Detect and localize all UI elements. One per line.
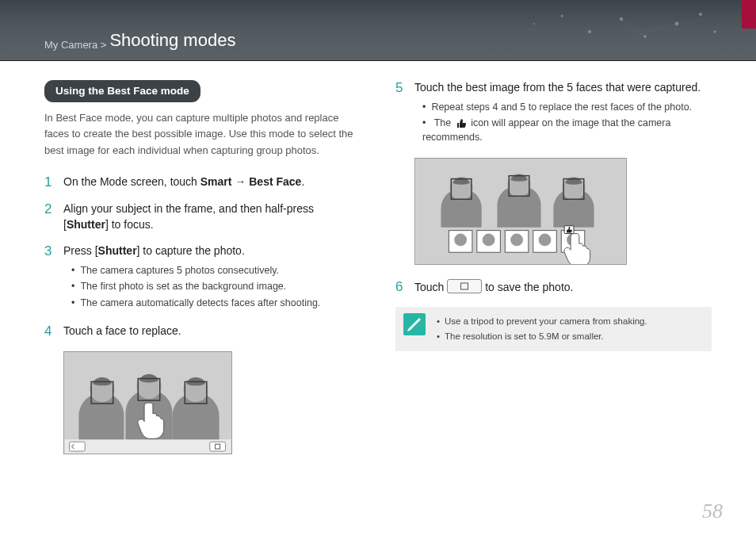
page-number: 58 [702,500,723,523]
svg-point-33 [510,234,523,247]
step-5-bullets: Repeat steps 4 and 5 to replace the rest… [414,101,712,145]
section-heading: Using the Best Face mode [44,80,200,102]
step-number: 6 [395,279,407,295]
text: Touch the best image from the 5 faces th… [414,81,701,94]
step-body: Touch the best image from the 5 faces th… [414,80,712,147]
text: to save the photo. [485,281,573,293]
step-4: 4 Touch a face to replace. [44,324,361,339]
text: On the Mode screen, touch [63,175,200,188]
figure-five-faces [414,158,627,265]
text: . [301,175,304,188]
tip-list: Use a tripod to prevent your camera from… [437,313,647,346]
step-body: Press [Shutter] to capture the photo. Th… [63,243,361,312]
note-icon [403,313,426,335]
bullet: The camera captures 5 photos consecutive… [71,264,361,278]
page-title: Shooting modes [109,30,235,51]
bold: Shutter [98,244,137,257]
svg-point-31 [454,234,467,247]
text: ] to focus. [105,218,154,231]
step-number: 5 [395,80,407,96]
svg-rect-17 [210,442,226,451]
svg-rect-9 [65,439,231,454]
page-header: My Camera > Shooting modes [0,0,756,60]
step-1: 1 On the Mode screen, touch Smart → Best… [44,174,361,190]
svg-point-2 [588,30,591,33]
bullet: The icon will appear on the image that t… [422,117,712,144]
bold: Shutter [67,218,105,231]
step-number: 3 [44,243,55,259]
thumbs-up-icon [456,118,467,128]
header-decor [518,8,724,48]
bold: Best Face [249,175,301,188]
save-icon-button [447,279,482,293]
step-5: 5 Touch the best image from the 5 faces … [395,80,712,147]
svg-point-1 [561,15,563,17]
step-body: Touch a face to replace. [63,324,361,339]
step-3-bullets: The camera captures 5 photos consecutive… [63,264,361,311]
breadcrumb-parent: My Camera > [44,39,106,51]
bullet: The camera automatically detects faces a… [71,297,361,311]
right-column: 5 Touch the best image from the 5 faces … [395,80,712,469]
figure-touch-face [63,351,232,454]
svg-point-0 [533,23,535,25]
text: Touch [414,281,447,293]
text: ] to capture the photo. [137,244,245,257]
step-number: 2 [44,201,55,217]
step-number: 1 [44,174,55,190]
step-body: Touch to save the photo. [414,279,712,296]
svg-point-7 [714,31,716,33]
step-body: Align your subject in the frame, and the… [63,201,361,232]
intro-text: In Best Face mode, you can capture multi… [44,110,361,158]
bullet: The first photo is set as the background… [71,280,361,294]
tip-item: The resolution is set to 5.9M or smaller… [437,330,647,343]
step-3: 3 Press [Shutter] to capture the photo. … [44,243,361,312]
text: Press [ [63,244,98,257]
tip-box: Use a tripod to prevent your camera from… [395,307,712,352]
bold: Smart [200,175,232,188]
content-area: Using the Best Face mode In Best Face mo… [0,61,756,469]
step-body: On the Mode screen, touch Smart → Best F… [63,174,361,190]
step-2: 2 Align your subject in the frame, and t… [44,201,361,232]
svg-point-34 [539,234,552,247]
svg-point-6 [699,13,702,16]
tip-item: Use a tripod to prevent your camera from… [437,315,647,328]
step-6: 6 Touch to save the photo. [395,279,712,296]
step-number: 4 [44,324,55,339]
left-column: Using the Best Face mode In Best Face mo… [44,80,361,469]
text: → [231,175,249,188]
svg-point-32 [483,234,495,247]
header-tab-accent [742,0,756,29]
text: The [434,117,454,128]
bullet: Repeat steps 4 and 5 to replace the rest… [422,101,712,115]
